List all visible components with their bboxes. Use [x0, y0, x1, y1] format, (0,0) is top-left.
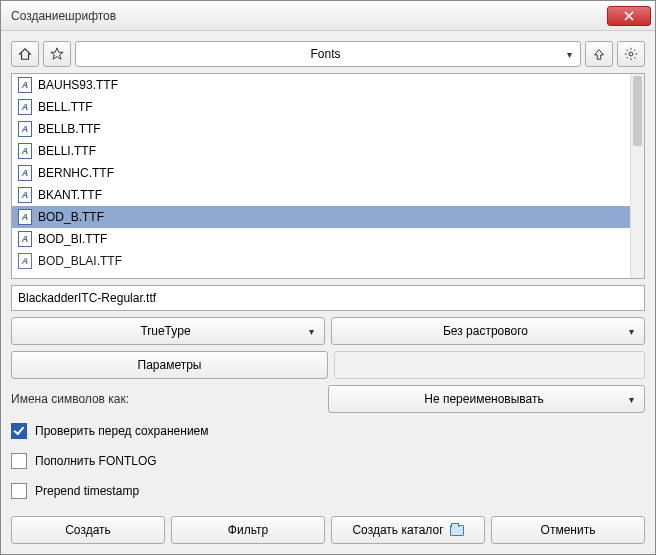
file-name: BERNHC.TTF: [38, 166, 114, 180]
font-file-icon: A: [18, 143, 32, 159]
cancel-button[interactable]: Отменить: [491, 516, 645, 544]
filename-input[interactable]: [11, 285, 645, 311]
file-name: BAUHS93.TTF: [38, 78, 118, 92]
font-file-icon: A: [18, 121, 32, 137]
checkbox-validate[interactable]: Проверить перед сохранением: [11, 419, 645, 443]
list-item[interactable]: ABERNHC.TTF: [12, 162, 630, 184]
path-dropdown[interactable]: Fonts ▾: [75, 41, 581, 67]
list-item[interactable]: ABAUHS93.TTF: [12, 74, 630, 96]
close-icon: [624, 11, 634, 21]
home-icon: [18, 47, 32, 61]
list-item[interactable]: ABOD_BLAI.TTF: [12, 250, 630, 272]
raster-dropdown[interactable]: Без растрового ▾: [331, 317, 645, 345]
chevron-down-icon: ▾: [309, 326, 314, 337]
empty-slot: [334, 351, 645, 379]
list-item[interactable]: ABOD_B.TTF: [12, 206, 630, 228]
catalog-button[interactable]: Создать каталог: [331, 516, 485, 544]
gear-icon: [624, 47, 638, 61]
format-dropdown[interactable]: TrueType ▾: [11, 317, 325, 345]
settings-button[interactable]: [617, 41, 645, 67]
folder-icon: [450, 525, 464, 536]
checkbox-timestamp[interactable]: Prepend timestamp: [11, 479, 645, 503]
window-title: Созданиешрифтов: [11, 9, 607, 23]
symbol-names-dropdown[interactable]: Не переименовывать ▾: [328, 385, 645, 413]
font-file-icon: A: [18, 253, 32, 269]
font-file-icon: A: [18, 209, 32, 225]
checkbox-icon[interactable]: [11, 453, 27, 469]
dialog-window: Созданиешрифтов Fonts ▾ ABAUHS9: [0, 0, 656, 555]
scroll-thumb[interactable]: [633, 76, 642, 146]
checkbox-icon[interactable]: [11, 423, 27, 439]
file-name: BOD_BI.TTF: [38, 232, 107, 246]
list-item[interactable]: ABELLI.TTF: [12, 140, 630, 162]
font-file-icon: A: [18, 231, 32, 247]
create-button[interactable]: Создать: [11, 516, 165, 544]
checkbox-icon[interactable]: [11, 483, 27, 499]
chevron-down-icon: ▾: [629, 326, 634, 337]
toolbar: Fonts ▾: [11, 41, 645, 67]
arrow-up-icon: [592, 47, 606, 61]
chevron-down-icon: ▾: [629, 394, 634, 405]
checkbox-fontlog[interactable]: Пополнить FONTLOG: [11, 449, 645, 473]
svg-point-0: [629, 52, 633, 56]
favorite-button[interactable]: [43, 41, 71, 67]
format-label: TrueType: [22, 324, 309, 338]
star-icon: [50, 47, 64, 61]
file-name: BELLB.TTF: [38, 122, 101, 136]
list-item[interactable]: ABKANT.TTF: [12, 184, 630, 206]
font-file-icon: A: [18, 99, 32, 115]
raster-label: Без растрового: [342, 324, 629, 338]
dialog-content: Fonts ▾ ABAUHS93.TTFABELL.TTFABELLB.TTFA…: [1, 31, 655, 554]
list-item[interactable]: ABELLB.TTF: [12, 118, 630, 140]
file-name: BELLI.TTF: [38, 144, 96, 158]
close-button[interactable]: [607, 6, 651, 26]
scrollbar[interactable]: [630, 74, 644, 278]
list-item[interactable]: ABELL.TTF: [12, 96, 630, 118]
titlebar: Созданиешрифтов: [1, 1, 655, 31]
file-name: BOD_BLAI.TTF: [38, 254, 122, 268]
symbol-names-label: Имена символов как:: [11, 392, 318, 406]
file-list[interactable]: ABAUHS93.TTFABELL.TTFABELLB.TTFABELLI.TT…: [11, 73, 645, 279]
params-button[interactable]: Параметры: [11, 351, 328, 379]
filter-button[interactable]: Фильтр: [171, 516, 325, 544]
file-name: BKANT.TTF: [38, 188, 102, 202]
path-label: Fonts: [84, 47, 567, 61]
font-file-icon: A: [18, 77, 32, 93]
list-item[interactable]: ABOD_BI.TTF: [12, 228, 630, 250]
up-button[interactable]: [585, 41, 613, 67]
home-button[interactable]: [11, 41, 39, 67]
file-name: BELL.TTF: [38, 100, 93, 114]
font-file-icon: A: [18, 165, 32, 181]
chevron-down-icon: ▾: [567, 49, 572, 60]
font-file-icon: A: [18, 187, 32, 203]
file-name: BOD_B.TTF: [38, 210, 104, 224]
